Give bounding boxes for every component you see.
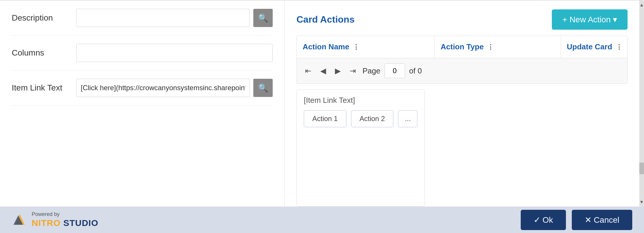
pagination-first[interactable]: ⇤ [303, 65, 314, 77]
columns-input-group [76, 44, 273, 62]
nitro-part: NITRO [32, 218, 60, 228]
col-header-action-type: Action Type ⋮ [435, 36, 561, 58]
scroll-down-arrow[interactable]: ▼ [639, 198, 644, 207]
footer: Powered by NITRO STUDIO ✓ Ok ✕ Cancel [0, 207, 644, 233]
col-action-type-menu[interactable]: ⋮ [487, 43, 494, 51]
preview-buttons: Action 1 Action 2 ... [304, 110, 417, 127]
new-action-label: + New Action ▾ [562, 15, 617, 24]
studio-part: STUDIO [60, 218, 98, 228]
new-action-button[interactable]: + New Action ▾ [552, 9, 628, 30]
scroll-up-arrow[interactable]: ▲ [639, 1, 644, 9]
col-update-card-menu[interactable]: ⋮ [616, 43, 622, 51]
left-panel: Description 🔍 Columns Item Link Text 🔍 [0, 1, 285, 207]
page-label: Page [363, 66, 380, 76]
card-actions-section: Card Actions + New Action ▾ Action Name … [285, 1, 639, 84]
actions-table: Action Name ⋮ Action Type ⋮ Update Card … [296, 36, 628, 84]
binoculars-icon: 🔍 [258, 13, 268, 23]
nitro-studio-logo-icon [12, 212, 28, 228]
page-input[interactable] [385, 63, 405, 78]
item-link-search-button[interactable]: 🔍 [253, 79, 273, 97]
footer-buttons: ✓ Ok ✕ Cancel [521, 210, 633, 230]
pagination-last[interactable]: ⇥ [347, 65, 358, 77]
description-search-button[interactable]: 🔍 [253, 9, 273, 27]
pagination-prev[interactable]: ◀ [318, 65, 328, 77]
item-link-text-row: Item Link Text 🔍 [12, 71, 273, 105]
preview-action-1[interactable]: Action 1 [304, 110, 346, 127]
page-of-label: of 0 [409, 66, 422, 76]
table-header: Action Name ⋮ Action Type ⋮ Update Card … [297, 36, 627, 58]
description-row: Description 🔍 [12, 1, 273, 36]
right-scrollbar: ▲ ▼ [639, 1, 644, 207]
col-action-name-menu[interactable]: ⋮ [353, 43, 359, 51]
columns-row: Columns [12, 36, 273, 71]
table-pagination: ⇤ ◀ ▶ ⇥ Page of 0 [297, 58, 627, 83]
cancel-button[interactable]: ✕ Cancel [572, 210, 632, 230]
ok-button[interactable]: ✓ Ok [521, 210, 566, 230]
logo-area: Powered by NITRO STUDIO [12, 211, 98, 228]
description-input-group: 🔍 [76, 9, 273, 27]
card-actions-header: Card Actions + New Action ▾ [296, 9, 628, 30]
description-input[interactable] [76, 9, 250, 27]
columns-input[interactable] [76, 44, 273, 62]
col-header-update-card: Update Card ⋮ [561, 36, 628, 58]
preview-title: [Item Link Text] [304, 96, 417, 105]
nitro-studio-label: NITRO STUDIO [32, 218, 98, 228]
item-link-text-input-group: 🔍 [76, 79, 273, 97]
card-actions-title: Card Actions [296, 14, 355, 25]
item-link-preview: [Item Link Text] Action 1 Action 2 ... [296, 90, 425, 207]
columns-label: Columns [12, 48, 76, 58]
col-header-action-name: Action Name ⋮ [297, 36, 435, 58]
scrollbar-track [639, 9, 644, 198]
pagination-next[interactable]: ▶ [333, 65, 343, 77]
item-link-text-label: Item Link Text [12, 83, 76, 93]
preview-action-ellipsis[interactable]: ... [398, 110, 417, 127]
binoculars-icon-2: 🔍 [258, 83, 268, 93]
description-label: Description [12, 13, 76, 23]
preview-action-2[interactable]: Action 2 [351, 110, 394, 127]
item-link-text-input[interactable] [76, 79, 250, 97]
powered-by-label: Powered by [32, 211, 98, 218]
logo-text: Powered by NITRO STUDIO [32, 211, 98, 228]
scrollbar-thumb[interactable] [639, 162, 644, 174]
